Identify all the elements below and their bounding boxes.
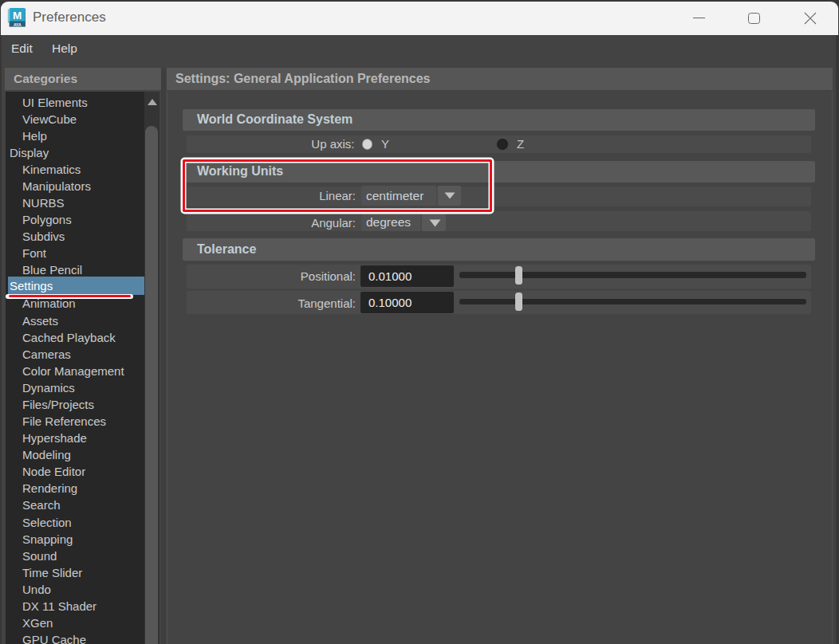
svg-text:M: M bbox=[13, 10, 22, 22]
svg-text:AYA: AYA bbox=[14, 22, 22, 27]
